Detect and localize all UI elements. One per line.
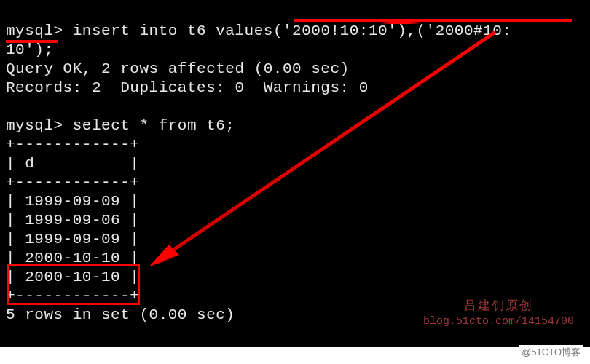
select-cmd: select * from t6; <box>73 117 235 134</box>
footer-attribution: @51CTO博客 <box>519 345 583 360</box>
insert-cmd-part2: 10'); <box>6 41 54 58</box>
prompt: mysql> <box>6 117 63 134</box>
annotation-result-box <box>7 264 140 305</box>
table-header: | d | <box>6 155 139 172</box>
watermark-author: 吕建钊原创 <box>423 297 574 314</box>
table-border-top: +------------+ <box>6 136 139 153</box>
annotation-underline-1-curve <box>379 22 422 24</box>
watermark: 吕建钊原创 blog.51cto.com/14154700 <box>423 297 574 328</box>
table-row: | 1999-09-06 | <box>6 212 139 229</box>
insert-values: ('2000!10:10'),('2000#10: <box>273 23 512 39</box>
records-line: Records: 2 Duplicates: 0 Warnings: 0 <box>6 79 369 96</box>
watermark-url: blog.51cto.com/14154700 <box>423 315 574 328</box>
table-border-mid: +------------+ <box>6 174 139 191</box>
table-row: | 1999-09-09 | <box>6 193 139 210</box>
footer-strip <box>0 347 590 364</box>
insert-cmd-part1: insert into t6 values <box>73 23 273 39</box>
annotation-underline-1 <box>294 19 572 22</box>
table-row: | 1999-09-09 | <box>6 231 139 248</box>
annotation-underline-2 <box>6 40 58 43</box>
prompt: mysql> <box>6 23 63 39</box>
result-line: 5 rows in set (0.00 sec) <box>6 306 235 323</box>
query-ok-line: Query OK, 2 rows affected (0.00 sec) <box>6 60 350 77</box>
